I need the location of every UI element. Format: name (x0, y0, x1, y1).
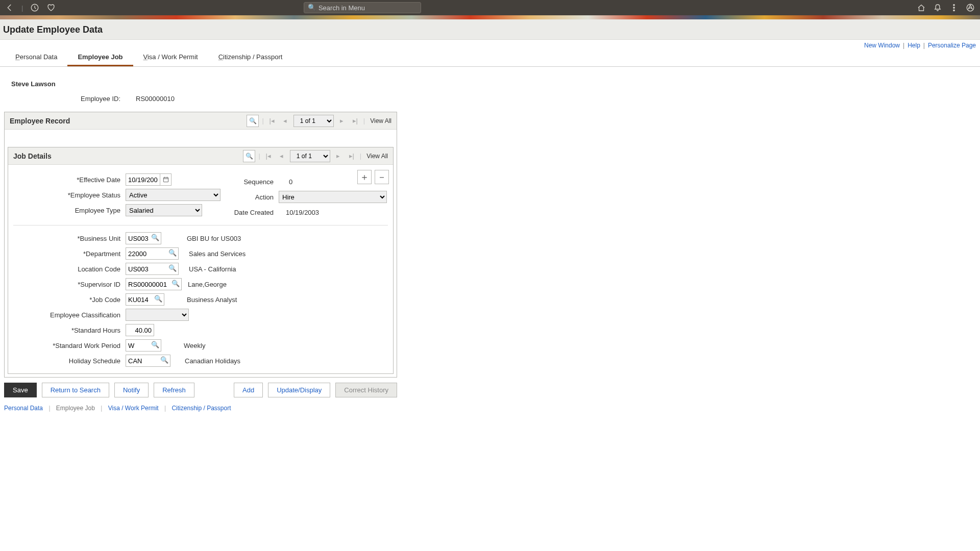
business-unit-label: *Business Unit (13, 235, 126, 242)
tab-employee-job[interactable]: Employee Job (67, 48, 133, 66)
tab-personal-data[interactable]: Personal Data (5, 48, 67, 66)
visa-work-permit-link[interactable]: Visa / Work Permit (108, 405, 159, 412)
view-all-link-inner[interactable]: View All (366, 153, 388, 160)
action-buttons: Save Return to Search Notify Refresh Add… (4, 383, 397, 397)
find-button-inner[interactable]: 🔍 (243, 150, 255, 162)
notify-button[interactable]: Notify (114, 383, 149, 397)
employee-type-select[interactable]: Salaried (126, 204, 202, 216)
save-button[interactable]: Save (4, 383, 37, 397)
update-display-button[interactable]: Update/Display (268, 383, 330, 397)
standard-work-period-desc: Weekly (184, 342, 205, 349)
top-bar: | 🔍 (0, 0, 980, 15)
action-label: Action (228, 193, 279, 201)
job-details-title: Job Details (13, 152, 243, 160)
supervisor-desc: Lane,George (188, 281, 227, 288)
svg-rect-5 (163, 178, 168, 182)
first-row-icon-inner[interactable]: |◂ (263, 151, 274, 161)
divider: | (21, 4, 23, 12)
job-details-panel: Job Details 🔍 | |◂ ◂ 1 of 1 ▸ ▸| | View … (8, 147, 394, 374)
tab-visa-work-permit[interactable]: Visa / Work Permit (133, 48, 208, 66)
employee-id-label: Employee ID: (81, 95, 120, 103)
return-to-search-button[interactable]: Return to Search (42, 383, 109, 397)
record-pager[interactable]: 1 of 1 (293, 115, 334, 127)
standard-hours-label: *Standard Hours (13, 327, 126, 334)
lookup-icon[interactable]: 🔍 (172, 280, 180, 287)
department-label: *Department (13, 250, 126, 258)
last-row-icon[interactable]: ▸| (350, 116, 360, 126)
page-title-bar: Update Employee Data (0, 19, 980, 40)
actions-icon[interactable] (949, 3, 959, 12)
content-area: Steve Lawson Employee ID: RS00000010 Emp… (0, 67, 980, 416)
search-icon: 🔍 (308, 4, 316, 11)
employee-name: Steve Lawson (11, 80, 976, 88)
effective-date-label: *Effective Date (13, 176, 126, 184)
navbar-icon[interactable] (966, 3, 975, 12)
lookup-icon[interactable]: 🔍 (151, 341, 159, 348)
refresh-button[interactable]: Refresh (154, 383, 194, 397)
svg-point-1 (953, 5, 954, 6)
holiday-schedule-label: Holiday Schedule (13, 357, 126, 365)
employee-status-label: *Employee Status (13, 191, 126, 199)
view-all-link[interactable]: View All (370, 117, 391, 124)
next-row-icon-inner[interactable]: ▸ (333, 151, 344, 161)
details-pager[interactable]: 1 of 1 (290, 150, 330, 162)
lookup-icon[interactable]: 🔍 (168, 264, 177, 272)
prev-row-icon-inner[interactable]: ◂ (277, 151, 287, 161)
effective-date-input[interactable] (126, 173, 160, 186)
menu-search: 🔍 (304, 2, 421, 13)
personalize-link[interactable]: Personalize Page (928, 42, 976, 49)
calendar-icon[interactable] (160, 173, 172, 186)
lookup-icon[interactable]: 🔍 (151, 234, 159, 241)
favorite-icon[interactable] (46, 3, 56, 12)
add-button[interactable]: Add (234, 383, 263, 397)
find-button[interactable]: 🔍 (247, 115, 259, 127)
tab-citizenship-passport[interactable]: Citizenship / Passport (208, 48, 293, 66)
standard-work-period-label: *Standard Work Period (13, 342, 126, 349)
employee-job-link-current: Employee Job (56, 405, 95, 412)
business-unit-desc: GBI BU for US003 (187, 235, 241, 242)
lookup-icon[interactable]: 🔍 (168, 249, 177, 257)
standard-hours-input[interactable] (126, 324, 154, 336)
citizenship-passport-link[interactable]: Citizenship / Passport (172, 405, 231, 412)
prev-row-icon[interactable]: ◂ (280, 116, 290, 126)
first-row-icon[interactable]: |◂ (267, 116, 277, 126)
svg-point-2 (953, 7, 954, 8)
job-code-desc: Business Analyst (187, 296, 237, 304)
decorative-stripe (0, 15, 980, 19)
last-row-icon-inner[interactable]: ▸| (347, 151, 357, 161)
location-code-desc: USA - California (189, 265, 236, 273)
employee-classification-label: Employee Classification (13, 311, 126, 319)
employee-status-select[interactable]: Active (126, 189, 220, 201)
add-row-button[interactable]: ＋ (357, 170, 372, 184)
employee-type-label: Employee Type (13, 207, 126, 214)
job-code-label: *Job Code (13, 296, 126, 304)
supervisor-id-label: *Supervisor ID (13, 281, 126, 288)
page-tabs: Personal Data Employee Job Visa / Work P… (0, 48, 980, 67)
employee-record-title: Employee Record (10, 117, 247, 125)
next-row-icon[interactable]: ▸ (337, 116, 347, 126)
employee-classification-select[interactable] (126, 309, 189, 321)
employee-record-panel: Employee Record 🔍 | |◂ ◂ 1 of 1 ▸ ▸| | V… (4, 112, 397, 378)
notifications-icon[interactable] (933, 3, 942, 12)
help-link[interactable]: Help (908, 42, 920, 49)
recent-icon[interactable] (30, 3, 39, 12)
location-code-label: Location Code (13, 265, 126, 273)
sequence-label: Sequence (228, 178, 279, 186)
employee-id-value: RS00000010 (136, 95, 175, 103)
correct-history-button: Correct History (335, 383, 397, 397)
lookup-icon[interactable]: 🔍 (154, 295, 162, 303)
holiday-schedule-desc: Canadian Holidays (185, 357, 240, 365)
date-created-value: 10/19/2003 (286, 209, 319, 216)
new-window-link[interactable]: New Window (864, 42, 900, 49)
action-select[interactable]: Hire (279, 191, 387, 203)
bottom-tab-links: Personal Data | Employee Job | Visa / Wo… (4, 405, 976, 412)
svg-point-3 (953, 10, 954, 11)
lookup-icon[interactable]: 🔍 (160, 356, 168, 364)
back-icon[interactable] (5, 3, 14, 12)
delete-row-button[interactable]: － (375, 170, 389, 184)
search-input[interactable] (304, 2, 421, 13)
personal-data-link[interactable]: Personal Data (4, 405, 43, 412)
page-title: Update Employee Data (3, 24, 977, 35)
sequence-value: 0 (289, 178, 292, 186)
home-icon[interactable] (917, 3, 926, 12)
